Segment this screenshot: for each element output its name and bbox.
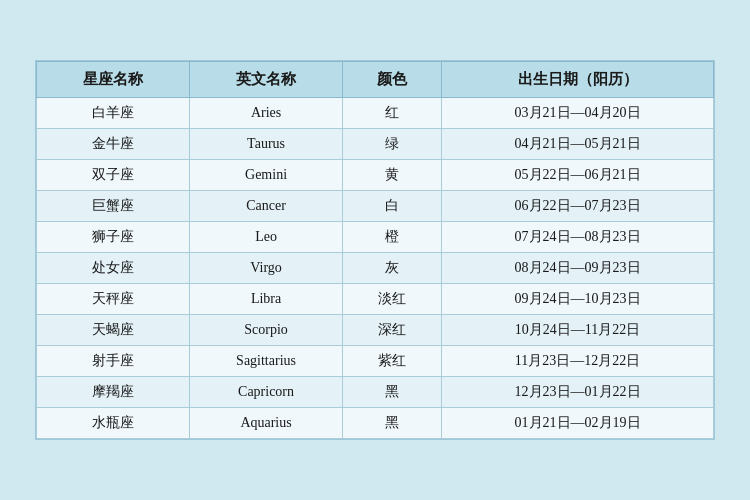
table-row: 射手座Sagittarius紫红11月23日—12月22日 — [37, 346, 714, 377]
header-color: 颜色 — [343, 62, 442, 98]
table-row: 摩羯座Capricorn黑12月23日—01月22日 — [37, 377, 714, 408]
cell-zh-name: 摩羯座 — [37, 377, 190, 408]
table-row: 金牛座Taurus绿04月21日—05月21日 — [37, 129, 714, 160]
cell-color: 白 — [343, 191, 442, 222]
cell-color: 紫红 — [343, 346, 442, 377]
cell-dates: 07月24日—08月23日 — [442, 222, 714, 253]
cell-en-name: Taurus — [190, 129, 343, 160]
cell-color: 淡红 — [343, 284, 442, 315]
cell-dates: 09月24日—10月23日 — [442, 284, 714, 315]
table-row: 天蝎座Scorpio深红10月24日—11月22日 — [37, 315, 714, 346]
cell-color: 黑 — [343, 377, 442, 408]
cell-en-name: Leo — [190, 222, 343, 253]
table-row: 双子座Gemini黄05月22日—06月21日 — [37, 160, 714, 191]
cell-color: 深红 — [343, 315, 442, 346]
cell-dates: 11月23日—12月22日 — [442, 346, 714, 377]
cell-zh-name: 天蝎座 — [37, 315, 190, 346]
cell-en-name: Cancer — [190, 191, 343, 222]
header-en-name: 英文名称 — [190, 62, 343, 98]
cell-dates: 10月24日—11月22日 — [442, 315, 714, 346]
cell-en-name: Sagittarius — [190, 346, 343, 377]
cell-dates: 03月21日—04月20日 — [442, 98, 714, 129]
table-row: 水瓶座Aquarius黑01月21日—02月19日 — [37, 408, 714, 439]
cell-dates: 05月22日—06月21日 — [442, 160, 714, 191]
cell-color: 橙 — [343, 222, 442, 253]
table-body: 白羊座Aries红03月21日—04月20日金牛座Taurus绿04月21日—0… — [37, 98, 714, 439]
cell-dates: 12月23日—01月22日 — [442, 377, 714, 408]
table-row: 白羊座Aries红03月21日—04月20日 — [37, 98, 714, 129]
table-row: 狮子座Leo橙07月24日—08月23日 — [37, 222, 714, 253]
zodiac-table: 星座名称 英文名称 颜色 出生日期（阳历） 白羊座Aries红03月21日—04… — [36, 61, 714, 439]
cell-en-name: Capricorn — [190, 377, 343, 408]
table-row: 天秤座Libra淡红09月24日—10月23日 — [37, 284, 714, 315]
cell-en-name: Aquarius — [190, 408, 343, 439]
cell-zh-name: 处女座 — [37, 253, 190, 284]
cell-zh-name: 天秤座 — [37, 284, 190, 315]
cell-en-name: Scorpio — [190, 315, 343, 346]
table-row: 处女座Virgo灰08月24日—09月23日 — [37, 253, 714, 284]
cell-en-name: Virgo — [190, 253, 343, 284]
cell-en-name: Libra — [190, 284, 343, 315]
table-row: 巨蟹座Cancer白06月22日—07月23日 — [37, 191, 714, 222]
cell-color: 红 — [343, 98, 442, 129]
cell-color: 黑 — [343, 408, 442, 439]
cell-zh-name: 双子座 — [37, 160, 190, 191]
cell-en-name: Aries — [190, 98, 343, 129]
header-zh-name: 星座名称 — [37, 62, 190, 98]
header-dates: 出生日期（阳历） — [442, 62, 714, 98]
cell-color: 灰 — [343, 253, 442, 284]
table-header-row: 星座名称 英文名称 颜色 出生日期（阳历） — [37, 62, 714, 98]
cell-dates: 06月22日—07月23日 — [442, 191, 714, 222]
cell-color: 黄 — [343, 160, 442, 191]
cell-en-name: Gemini — [190, 160, 343, 191]
cell-zh-name: 巨蟹座 — [37, 191, 190, 222]
zodiac-table-container: 星座名称 英文名称 颜色 出生日期（阳历） 白羊座Aries红03月21日—04… — [35, 60, 715, 440]
cell-zh-name: 金牛座 — [37, 129, 190, 160]
cell-zh-name: 水瓶座 — [37, 408, 190, 439]
cell-dates: 04月21日—05月21日 — [442, 129, 714, 160]
cell-zh-name: 白羊座 — [37, 98, 190, 129]
cell-dates: 01月21日—02月19日 — [442, 408, 714, 439]
cell-dates: 08月24日—09月23日 — [442, 253, 714, 284]
cell-color: 绿 — [343, 129, 442, 160]
cell-zh-name: 射手座 — [37, 346, 190, 377]
cell-zh-name: 狮子座 — [37, 222, 190, 253]
